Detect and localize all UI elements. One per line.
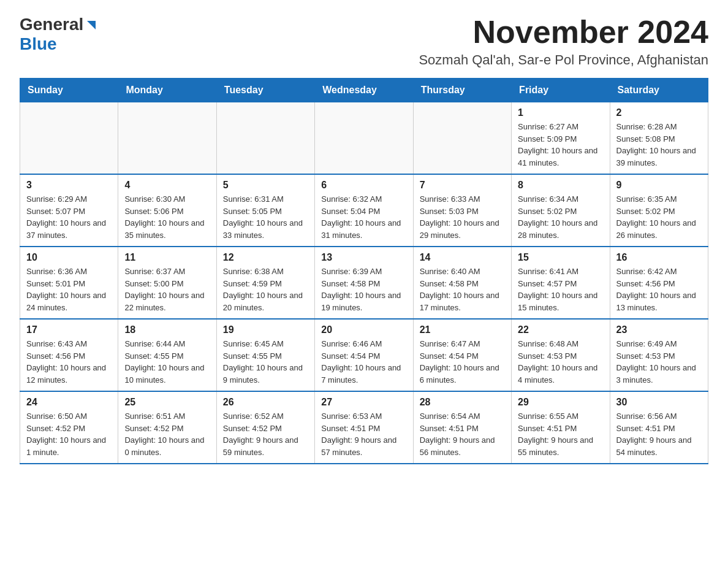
logo-triangle-icon [85,18,98,32]
day-number: 6 [321,180,406,191]
calendar-day: 19Sunrise: 6:45 AMSunset: 4:55 PMDayligh… [216,319,314,391]
calendar-day: 21Sunrise: 6:47 AMSunset: 4:54 PMDayligh… [413,319,511,391]
calendar-day: 5Sunrise: 6:31 AMSunset: 5:05 PMDaylight… [216,174,314,247]
day-info: Sunrise: 6:34 AMSunset: 5:02 PMDaylight:… [518,193,603,241]
calendar-day: 9Sunrise: 6:35 AMSunset: 5:02 PMDaylight… [610,174,708,247]
day-info: Sunrise: 6:32 AMSunset: 5:04 PMDaylight:… [321,193,406,241]
day-info: Sunrise: 6:52 AMSunset: 4:52 PMDaylight:… [223,410,308,458]
calendar-day: 8Sunrise: 6:34 AMSunset: 5:02 PMDaylight… [512,174,610,247]
day-number: 9 [616,180,702,191]
calendar-day: 7Sunrise: 6:33 AMSunset: 5:03 PMDaylight… [413,174,511,247]
calendar-day: 30Sunrise: 6:56 AMSunset: 4:51 PMDayligh… [610,391,708,464]
day-info: Sunrise: 6:38 AMSunset: 4:59 PMDaylight:… [223,266,308,313]
calendar-day: 29Sunrise: 6:55 AMSunset: 4:51 PMDayligh… [512,391,610,464]
day-info: Sunrise: 6:30 AMSunset: 5:06 PMDaylight:… [124,193,210,241]
calendar-header-row: SundayMondayTuesdayWednesdayThursdayFrid… [20,79,708,102]
day-number: 8 [518,180,603,191]
day-number: 25 [124,397,210,408]
day-info: Sunrise: 6:53 AMSunset: 4:51 PMDaylight:… [321,410,406,458]
logo-general: General [20,15,83,34]
day-number: 18 [124,324,210,335]
page-header: General Blue November 2024 Sozmah Qal'ah… [20,15,708,68]
day-number: 23 [616,324,702,335]
day-number: 7 [420,180,505,191]
calendar-day: 2Sunrise: 6:28 AMSunset: 5:08 PMDaylight… [610,102,708,175]
calendar-header-tuesday: Tuesday [216,79,314,102]
logo: General Blue [20,15,98,54]
day-number: 28 [420,397,505,408]
calendar-day: 26Sunrise: 6:52 AMSunset: 4:52 PMDayligh… [216,391,314,464]
calendar-header-thursday: Thursday [413,79,511,102]
calendar-week-4: 17Sunrise: 6:43 AMSunset: 4:56 PMDayligh… [20,319,708,391]
day-info: Sunrise: 6:28 AMSunset: 5:08 PMDaylight:… [616,121,702,169]
location-title: Sozmah Qal'ah, Sar-e Pol Province, Afgha… [419,52,708,68]
calendar-day: 25Sunrise: 6:51 AMSunset: 4:52 PMDayligh… [118,391,216,464]
day-info: Sunrise: 6:47 AMSunset: 4:54 PMDaylight:… [420,338,505,386]
calendar-day: 17Sunrise: 6:43 AMSunset: 4:56 PMDayligh… [20,319,118,391]
day-number: 12 [223,252,308,263]
calendar-day: 20Sunrise: 6:46 AMSunset: 4:54 PMDayligh… [315,319,413,391]
day-info: Sunrise: 6:43 AMSunset: 4:56 PMDaylight:… [26,338,112,386]
calendar-day: 18Sunrise: 6:44 AMSunset: 4:55 PMDayligh… [118,319,216,391]
calendar-day: 15Sunrise: 6:41 AMSunset: 4:57 PMDayligh… [512,247,610,319]
calendar-header-wednesday: Wednesday [315,79,413,102]
day-info: Sunrise: 6:40 AMSunset: 4:58 PMDaylight:… [420,266,505,313]
calendar-day: 3Sunrise: 6:29 AMSunset: 5:07 PMDaylight… [20,174,118,247]
day-info: Sunrise: 6:41 AMSunset: 4:57 PMDaylight:… [518,266,603,313]
day-info: Sunrise: 6:49 AMSunset: 4:53 PMDaylight:… [616,338,702,386]
day-info: Sunrise: 6:35 AMSunset: 5:02 PMDaylight:… [616,193,702,241]
day-number: 22 [518,324,603,335]
calendar-week-1: 1Sunrise: 6:27 AMSunset: 5:09 PMDaylight… [20,102,708,175]
day-number: 3 [26,180,112,191]
day-number: 16 [616,252,702,263]
calendar-week-2: 3Sunrise: 6:29 AMSunset: 5:07 PMDaylight… [20,174,708,247]
title-block: November 2024 Sozmah Qal'ah, Sar-e Pol P… [419,15,708,68]
calendar-day [315,102,413,175]
calendar-day: 22Sunrise: 6:48 AMSunset: 4:53 PMDayligh… [512,319,610,391]
calendar-header-saturday: Saturday [610,79,708,102]
day-info: Sunrise: 6:42 AMSunset: 4:56 PMDaylight:… [616,266,702,313]
day-number: 1 [518,107,603,118]
calendar-day: 14Sunrise: 6:40 AMSunset: 4:58 PMDayligh… [413,247,511,319]
logo-blue: Blue [20,34,57,53]
day-info: Sunrise: 6:44 AMSunset: 4:55 PMDaylight:… [124,338,210,386]
calendar-day: 6Sunrise: 6:32 AMSunset: 5:04 PMDaylight… [315,174,413,247]
day-number: 29 [518,397,603,408]
day-number: 2 [616,107,702,118]
calendar-day: 24Sunrise: 6:50 AMSunset: 4:52 PMDayligh… [20,391,118,464]
day-info: Sunrise: 6:33 AMSunset: 5:03 PMDaylight:… [420,193,505,241]
month-title: November 2024 [419,15,708,50]
calendar-day: 10Sunrise: 6:36 AMSunset: 5:01 PMDayligh… [20,247,118,319]
day-number: 26 [223,397,308,408]
calendar-header-monday: Monday [118,79,216,102]
calendar-day: 28Sunrise: 6:54 AMSunset: 4:51 PMDayligh… [413,391,511,464]
day-number: 13 [321,252,406,263]
day-info: Sunrise: 6:48 AMSunset: 4:53 PMDaylight:… [518,338,603,386]
day-info: Sunrise: 6:56 AMSunset: 4:51 PMDaylight:… [616,410,702,458]
calendar-week-5: 24Sunrise: 6:50 AMSunset: 4:52 PMDayligh… [20,391,708,464]
calendar-day: 12Sunrise: 6:38 AMSunset: 4:59 PMDayligh… [216,247,314,319]
day-info: Sunrise: 6:46 AMSunset: 4:54 PMDaylight:… [321,338,406,386]
calendar-day: 23Sunrise: 6:49 AMSunset: 4:53 PMDayligh… [610,319,708,391]
day-info: Sunrise: 6:54 AMSunset: 4:51 PMDaylight:… [420,410,505,458]
calendar-day: 13Sunrise: 6:39 AMSunset: 4:58 PMDayligh… [315,247,413,319]
day-number: 14 [420,252,505,263]
day-number: 24 [26,397,112,408]
calendar-day [413,102,511,175]
calendar-day: 16Sunrise: 6:42 AMSunset: 4:56 PMDayligh… [610,247,708,319]
calendar-day: 1Sunrise: 6:27 AMSunset: 5:09 PMDaylight… [512,102,610,175]
day-number: 5 [223,180,308,191]
day-info: Sunrise: 6:55 AMSunset: 4:51 PMDaylight:… [518,410,603,458]
day-info: Sunrise: 6:45 AMSunset: 4:55 PMDaylight:… [223,338,308,386]
day-number: 17 [26,324,112,335]
day-number: 15 [518,252,603,263]
calendar-day [118,102,216,175]
day-number: 10 [26,252,112,263]
day-number: 27 [321,397,406,408]
day-info: Sunrise: 6:51 AMSunset: 4:52 PMDaylight:… [124,410,210,458]
calendar-day [20,102,118,175]
calendar-table: SundayMondayTuesdayWednesdayThursdayFrid… [20,78,708,464]
day-number: 20 [321,324,406,335]
day-info: Sunrise: 6:50 AMSunset: 4:52 PMDaylight:… [26,410,112,458]
calendar-day [216,102,314,175]
